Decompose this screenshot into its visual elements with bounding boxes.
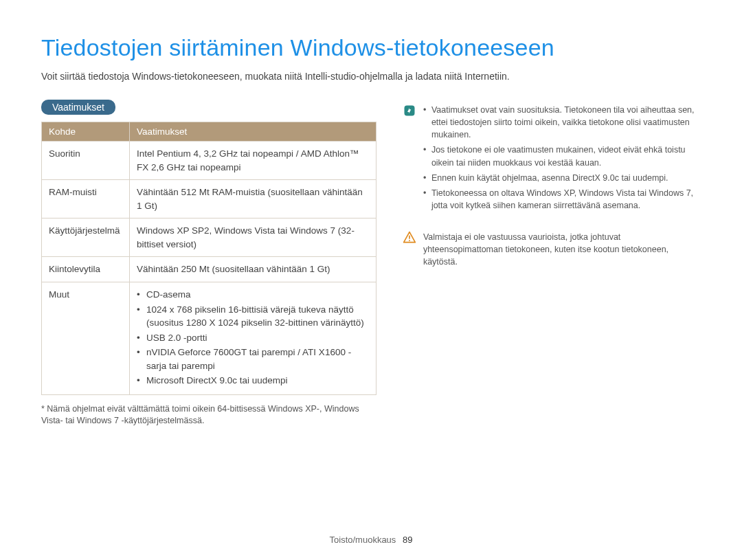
warning-text: Valmistaja ei ole vastuussa vaurioista, … — [423, 231, 698, 268]
table-row: RAM-muisti Vähintään 512 Mt RAM-muistia … — [42, 180, 376, 219]
info-list: Vaatimukset ovat vain suosituksia. Tieto… — [423, 104, 698, 214]
footnote-text: * Nämä ohjelmat eivät välttämättä toimi … — [41, 403, 376, 427]
table-row: Käyttöjärjestelmä Windows XP SP2, Window… — [42, 219, 376, 257]
table-header-kohde: Kohde — [42, 122, 130, 142]
table-row: Suoritin Intel Pentium 4, 3,2 GHz tai no… — [42, 142, 376, 180]
row-label-disk: Kiintolevytila — [42, 257, 130, 282]
intro-text: Voit siirtää tiedostoja Windows-tietokon… — [41, 71, 701, 82]
info-icon — [403, 104, 416, 117]
list-item: Jos tietokone ei ole vaatimusten mukaine… — [423, 144, 698, 168]
row-value-cpu: Intel Pentium 4, 3,2 GHz tai nopeampi / … — [130, 142, 376, 180]
other-list: CD-asema 1024 x 768 pikselin 16-bittisiä… — [137, 288, 369, 388]
list-item: 1024 x 768 pikselin 16-bittisiä värejä t… — [137, 303, 369, 330]
row-label-os: Käyttöjärjestelmä — [42, 219, 130, 257]
left-column: Vaatimukset Kohde Vaatimukset Suoritin I… — [41, 100, 376, 427]
list-item: USB 2.0 -portti — [137, 331, 369, 345]
row-value-other: CD-asema 1024 x 768 pikselin 16-bittisiä… — [130, 282, 376, 394]
row-label-cpu: Suoritin — [42, 142, 130, 180]
list-item: Ennen kuin käytät ohjelmaa, asenna Direc… — [423, 172, 698, 184]
requirements-table: Kohde Vaatimukset Suoritin Intel Pentium… — [41, 122, 376, 395]
table-row: Kiintolevytila Vähintään 250 Mt (suosite… — [42, 257, 376, 282]
page-footer: Toisto/muokkaus 89 — [0, 535, 742, 545]
list-item: nVIDIA Geforce 7600GT tai parempi / ATI … — [137, 346, 369, 372]
list-item: Microsoft DirectX 9.0c tai uudempi — [137, 374, 369, 388]
row-value-ram: Vähintään 512 Mt RAM-muistia (suositella… — [130, 180, 376, 219]
row-value-disk: Vähintään 250 Mt (suositellaan vähintään… — [130, 257, 376, 282]
document-page: Tiedostojen siirtäminen Windows-tietokon… — [0, 0, 742, 560]
info-callout: Vaatimukset ovat vain suosituksia. Tieto… — [400, 100, 701, 220]
svg-rect-2 — [409, 240, 410, 241]
footer-section: Toisto/muokkaus — [330, 535, 396, 545]
warning-icon — [403, 231, 416, 245]
row-label-ram: RAM-muisti — [42, 180, 130, 219]
list-item: Vaatimukset ovat vain suosituksia. Tieto… — [423, 104, 698, 141]
footer-page-number: 89 — [403, 535, 412, 545]
warning-callout: Valmistaja ei ole vastuussa vaurioista, … — [400, 227, 701, 273]
section-pill: Vaatimukset — [41, 100, 115, 115]
table-header-vaatimukset: Vaatimukset — [130, 122, 376, 142]
table-row: Muut CD-asema 1024 x 768 pikselin 16-bit… — [42, 282, 376, 394]
list-item: CD-asema — [137, 288, 369, 302]
row-label-other: Muut — [42, 282, 130, 394]
list-item: Tietokoneessa on oltava Windows XP, Wind… — [423, 187, 698, 212]
row-value-os: Windows XP SP2, Windows Vista tai Window… — [130, 219, 376, 257]
page-title: Tiedostojen siirtäminen Windows-tietokon… — [41, 34, 701, 61]
content-columns: Vaatimukset Kohde Vaatimukset Suoritin I… — [41, 100, 701, 427]
svg-rect-1 — [409, 236, 410, 239]
right-column: Vaatimukset ovat vain suosituksia. Tieto… — [400, 100, 701, 427]
